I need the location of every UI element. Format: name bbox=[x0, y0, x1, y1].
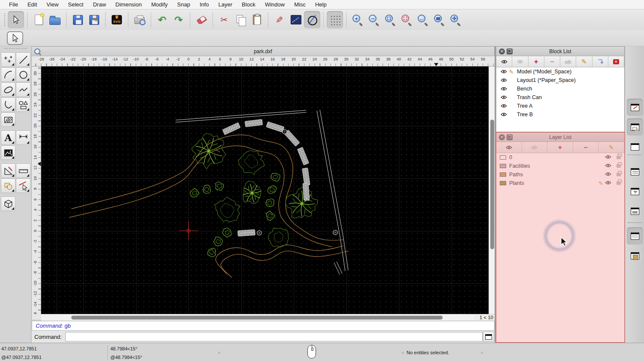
tool-arc[interactable] bbox=[1, 67, 15, 82]
save-button[interactable] bbox=[70, 11, 86, 28]
block-row[interactable]: Layout1 (*Paper_Space) bbox=[496, 76, 624, 84]
drawing-canvas[interactable] bbox=[41, 66, 489, 314]
block-visibility-eye-icon[interactable] bbox=[500, 78, 507, 82]
rename-block-button[interactable]: a|b bbox=[560, 56, 576, 67]
zoom-pan-button[interactable]: ✣ bbox=[447, 11, 464, 28]
menu-info[interactable]: Info bbox=[195, 0, 214, 9]
redo-button[interactable]: ↷ bbox=[170, 11, 187, 28]
library-panel-button[interactable] bbox=[627, 202, 643, 220]
draw-line-button[interactable] bbox=[288, 11, 304, 28]
menu-file[interactable]: File bbox=[4, 0, 23, 9]
tool-hatch[interactable] bbox=[1, 112, 15, 127]
tool-boolean-ops[interactable] bbox=[1, 178, 15, 193]
block-row[interactable]: Trash Can bbox=[496, 93, 624, 102]
vertical-scrollbar-thumb[interactable] bbox=[490, 120, 494, 249]
command-input[interactable] bbox=[65, 332, 483, 341]
edit-block-button[interactable]: ✎ bbox=[576, 56, 592, 67]
panel-window-icon bbox=[631, 252, 639, 259]
menu-select[interactable]: Select bbox=[63, 0, 88, 9]
menu-view[interactable]: View bbox=[42, 0, 63, 9]
ruler-label: 48 bbox=[439, 57, 443, 61]
tool-spline[interactable] bbox=[16, 82, 30, 97]
filter-panel-button[interactable] bbox=[627, 183, 643, 200]
print-preview-button[interactable] bbox=[131, 11, 148, 28]
select-tool-button[interactable] bbox=[7, 31, 23, 45]
palette-drag-handle[interactable] bbox=[4, 48, 27, 51]
copy-button[interactable] bbox=[232, 11, 249, 28]
menu-layer[interactable]: Layer bbox=[214, 0, 237, 9]
horizontal-scrollbar[interactable] bbox=[41, 314, 474, 321]
grid-toggle-button[interactable] bbox=[327, 11, 343, 28]
tool-line[interactable] bbox=[16, 52, 30, 67]
pen-edit-button[interactable]: ✎ bbox=[271, 11, 288, 28]
toolbar-separator bbox=[105, 12, 106, 27]
tool-measure[interactable] bbox=[16, 163, 30, 178]
draw-circle-button[interactable] bbox=[304, 11, 320, 28]
command-input-row: Command: bbox=[32, 331, 495, 342]
zoom-window-button[interactable] bbox=[431, 11, 447, 28]
blank-panel-button[interactable] bbox=[627, 138, 643, 155]
menu-block[interactable]: Block bbox=[237, 0, 260, 9]
block-row[interactable]: Bench bbox=[496, 84, 624, 93]
remove-block-button[interactable]: − bbox=[544, 56, 560, 67]
menu-edit[interactable]: Edit bbox=[23, 0, 42, 9]
menu-draw[interactable]: Draw bbox=[88, 0, 110, 9]
erase-button[interactable] bbox=[193, 11, 210, 28]
select-button[interactable] bbox=[8, 11, 24, 28]
menu-window[interactable]: Window bbox=[260, 0, 289, 9]
block-panel-button[interactable] bbox=[627, 118, 643, 136]
vertical-scrollbar[interactable] bbox=[489, 66, 495, 314]
block-row[interactable]: Tree A bbox=[496, 102, 624, 110]
command-panel-button[interactable] bbox=[627, 227, 643, 244]
hide-all-blocks-button[interactable] bbox=[512, 56, 528, 67]
toolbar-drag-handle[interactable] bbox=[4, 13, 6, 26]
tool-circle[interactable] bbox=[16, 67, 30, 82]
menu-snap[interactable]: Snap bbox=[173, 0, 195, 9]
list-panel-button[interactable] bbox=[627, 163, 643, 180]
menu-help[interactable]: Help bbox=[310, 0, 331, 9]
property-editor-panel-button[interactable] bbox=[627, 99, 643, 116]
zoom-in-button[interactable]: + bbox=[349, 11, 366, 28]
delete-block-button[interactable]: ✕ bbox=[608, 56, 624, 67]
tool-image[interactable] bbox=[1, 145, 15, 160]
tool-ellipse[interactable] bbox=[1, 82, 15, 97]
show-all-blocks-button[interactable] bbox=[496, 56, 512, 67]
clipboard-panel-button[interactable] bbox=[627, 247, 643, 264]
new-file-button[interactable] bbox=[30, 11, 47, 28]
zoom-back-button[interactable]: ← bbox=[415, 11, 431, 28]
command-options-button[interactable] bbox=[483, 332, 494, 342]
cut-button[interactable]: ✂ bbox=[216, 11, 232, 28]
tool-polyline[interactable] bbox=[1, 97, 15, 112]
tool-shapes[interactable] bbox=[16, 97, 30, 112]
insert-block-button[interactable] bbox=[592, 56, 608, 67]
tool-modify-erase[interactable] bbox=[16, 178, 30, 193]
zoom-auto-button[interactable] bbox=[382, 11, 398, 28]
menu-dimension[interactable]: Dimension bbox=[111, 0, 146, 9]
menu-misc[interactable]: Misc bbox=[289, 0, 310, 9]
block-visibility-eye-icon[interactable] bbox=[500, 104, 507, 108]
tool-solid-3d[interactable] bbox=[1, 196, 15, 211]
relative-polar-coordinates: @48.7984<15° bbox=[110, 355, 142, 360]
zoom-out-button[interactable]: − bbox=[366, 11, 382, 28]
block-row[interactable]: ✎Model (*Model_Space) bbox=[496, 67, 624, 76]
menu-modify[interactable]: Modify bbox=[146, 0, 172, 9]
tool-text[interactable]: A bbox=[1, 130, 15, 145]
tool-dimension[interactable] bbox=[16, 130, 30, 145]
zoom-previous-button[interactable] bbox=[398, 11, 415, 28]
block-visibility-eye-icon[interactable] bbox=[500, 87, 507, 91]
block-visibility-eye-icon[interactable] bbox=[500, 95, 507, 100]
ruler-label: 28 bbox=[33, 80, 37, 87]
paste-button[interactable] bbox=[249, 11, 265, 28]
undo-button[interactable]: ↶ bbox=[154, 11, 170, 28]
svg-export-button[interactable]: SVG bbox=[109, 11, 125, 28]
tool-points[interactable] bbox=[1, 52, 15, 67]
horizontal-scrollbar-thumb[interactable] bbox=[71, 316, 443, 320]
block-row[interactable]: Tree B bbox=[496, 110, 624, 119]
open-file-button[interactable] bbox=[47, 11, 63, 28]
drawing-title-bar[interactable]: park.dxf bbox=[32, 47, 494, 56]
add-block-button[interactable]: + bbox=[529, 56, 544, 67]
block-visibility-eye-icon[interactable] bbox=[500, 69, 507, 74]
block-visibility-eye-icon[interactable] bbox=[500, 112, 507, 117]
tool-drafting-tools[interactable] bbox=[1, 163, 15, 178]
save-as-button[interactable]: ✎ bbox=[86, 11, 102, 28]
